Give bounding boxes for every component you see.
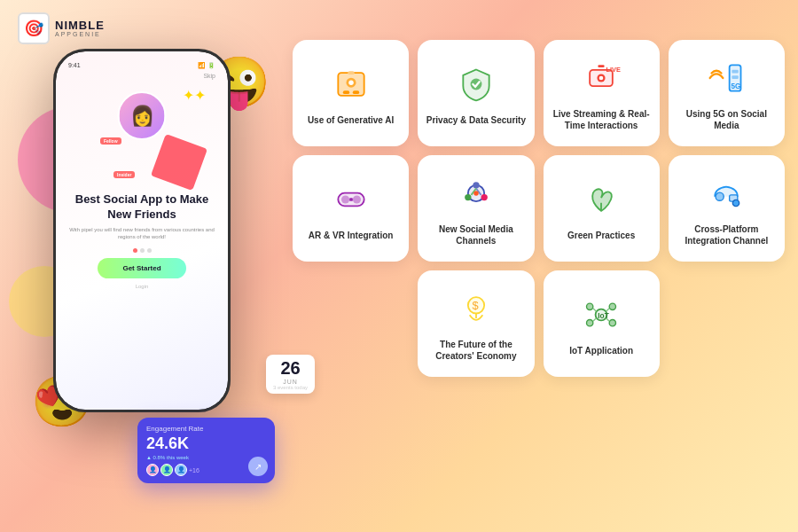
svg-rect-19	[349, 198, 353, 201]
engagement-count: +16	[189, 467, 200, 473]
svg-rect-5	[348, 71, 354, 74]
svg-rect-14	[732, 75, 739, 79]
date-label: 3 events today	[273, 385, 308, 390]
ar-vr-icon	[332, 180, 371, 230]
phone-time: 9:41	[68, 62, 81, 69]
green-practices-label: Green Practices	[567, 230, 635, 241]
mini-avatar-2: 👤	[160, 464, 173, 476]
svg-rect-13	[732, 70, 739, 74]
creators-economy-label: The Future of the Creators' Economy	[425, 339, 527, 362]
svg-rect-2	[342, 90, 348, 94]
green-practices-icon	[582, 180, 621, 230]
engagement-arrow-icon[interactable]: ↗	[248, 457, 268, 476]
privacy-data-security-icon	[457, 65, 496, 114]
svg-text:5G: 5G	[732, 82, 741, 90]
date-month: JUN	[273, 379, 308, 385]
logo-text: NIMBLE APPGENIE	[55, 20, 105, 37]
svg-text:$: $	[472, 299, 478, 312]
engagement-trend: ▲ 0.8% this week	[146, 455, 266, 460]
get-started-button[interactable]: Get Started	[98, 258, 185, 278]
avatar-main: 👩	[118, 91, 167, 140]
tag-insider: Insider	[113, 171, 135, 178]
svg-text:LIVE: LIVE	[606, 66, 621, 74]
svg-point-23	[465, 194, 471, 200]
feature-card-green-practices[interactable]: Green Practices	[544, 155, 660, 262]
phone-dot-1	[133, 248, 137, 253]
feature-card-ar-vr[interactable]: AR & VR Integration	[293, 155, 409, 262]
svg-point-22	[481, 194, 487, 200]
live-streaming-icon: LIVE	[582, 59, 621, 108]
feature-card-new-social-media[interactable]: New Social Media Channels	[418, 155, 534, 262]
iot-application-icon: IoT	[582, 295, 621, 345]
engagement-value: 24.6K	[146, 434, 266, 453]
feature-card-iot-application[interactable]: IoTIoT Application	[544, 270, 660, 377]
phone-signal: 📶 🔋	[198, 62, 215, 69]
phone-mockup: 9:41 📶 🔋 Skip 👩 Fellow Insider ✦✦ Best S…	[44, 49, 239, 430]
svg-point-38	[587, 319, 593, 325]
svg-rect-3	[352, 90, 358, 94]
feature-card-use-generative-ai[interactable]: Use of Generative AI	[293, 40, 409, 146]
svg-line-40	[593, 308, 597, 311]
phone-screen: 9:41 📶 🔋 Skip 👩 Fellow Insider ✦✦ Best S…	[56, 51, 228, 410]
feature-card-cross-platform[interactable]: Cross-Platform Integration Channel	[669, 155, 785, 262]
deco-stars: ✦✦	[183, 87, 206, 104]
use-generative-ai-label: Use of Generative AI	[308, 114, 394, 126]
svg-point-28	[716, 192, 724, 200]
svg-point-30	[733, 200, 739, 206]
cross-platform-icon	[707, 174, 746, 223]
engagement-card: Engagement Rate 24.6K ▲ 0.8% this week 👤…	[137, 418, 275, 483]
svg-point-9	[599, 76, 604, 81]
svg-rect-10	[598, 65, 604, 67]
feature-card-privacy-data-security[interactable]: Privacy & Data Security	[418, 40, 534, 146]
mini-avatar-3: 👤	[175, 464, 187, 476]
date-number: 26	[273, 358, 308, 379]
phone-subtitle: With pipel you will find new friends fro…	[65, 226, 219, 241]
logo-nimble: NIMBLE	[55, 20, 105, 31]
mini-avatar-1: 👤	[146, 464, 159, 476]
feature-grid: Use of Generative AIPrivacy & Data Secur…	[293, 40, 785, 377]
phone-app-title: Best Social App to Make New Friends	[65, 192, 219, 223]
engagement-title: Engagement Rate	[146, 425, 266, 433]
new-social-media-label: New Social Media Channels	[425, 223, 527, 246]
iot-application-label: IoT Application	[569, 345, 633, 356]
using-5g-label: Using 5G on Social Media	[676, 108, 778, 131]
use-generative-ai-icon	[332, 65, 371, 114]
deco-triangle	[151, 134, 207, 191]
cross-platform-label: Cross-Platform Integration Channel	[676, 223, 778, 246]
svg-point-4	[348, 80, 354, 85]
svg-point-36	[587, 303, 593, 309]
phone-avatar-area: 👩 Fellow Insider ✦✦	[65, 82, 219, 189]
new-social-media-icon	[457, 174, 496, 223]
live-streaming-label: Live Streaming & Real-Time Interactions	[551, 108, 653, 131]
svg-point-17	[341, 195, 349, 203]
feature-card-live-streaming[interactable]: LIVELive Streaming & Real-Time Interacti…	[544, 40, 660, 146]
logo: 🎯 NIMBLE APPGENIE	[18, 12, 105, 44]
date-badge: 26 JUN 3 events today	[266, 355, 315, 394]
svg-line-42	[593, 317, 597, 321]
feature-card-creators-economy[interactable]: $The Future of the Creators' Economy	[418, 270, 534, 377]
phone-login: Login	[136, 284, 149, 289]
using-5g-icon: 5G	[707, 59, 746, 108]
svg-point-18	[352, 195, 360, 203]
feature-card-using-5g[interactable]: 5GUsing 5G on Social Media	[669, 40, 785, 146]
phone-frame: 9:41 📶 🔋 Skip 👩 Fellow Insider ✦✦ Best S…	[53, 49, 231, 412]
svg-point-26	[473, 191, 479, 196]
svg-point-39	[609, 319, 615, 325]
phone-skip: Skip	[65, 73, 219, 79]
phone-dot-2	[140, 248, 145, 253]
logo-icon: 🎯	[18, 12, 50, 44]
svg-point-37	[609, 303, 615, 309]
phone-status-bar: 9:41 📶 🔋	[65, 62, 219, 69]
tag-fellow: Fellow	[100, 137, 121, 145]
creators-economy-icon: $	[457, 289, 496, 339]
empty-cell-3-4	[669, 270, 785, 377]
svg-point-21	[473, 182, 479, 188]
logo-appgenie: APPGENIE	[55, 31, 105, 37]
ar-vr-label: AR & VR Integration	[309, 230, 394, 241]
privacy-data-security-label: Privacy & Data Security	[426, 114, 526, 126]
phone-dots	[133, 248, 152, 253]
phone-dot-3	[147, 248, 152, 253]
